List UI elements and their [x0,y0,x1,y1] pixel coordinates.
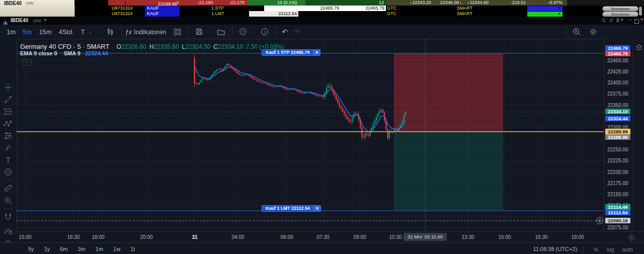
range-button-6m[interactable]: 6m [60,246,67,252]
order-side-cell[interactable]: KAUF [145,6,180,11]
pattern-tool-icon[interactable] [4,119,13,128]
window-search-icon[interactable] [602,18,606,24]
chart-area[interactable]: Germany 40 CFD · 5 · SMARTO22326.60H2233… [17,39,604,231]
quick-search-icon[interactable] [572,27,581,36]
axis-label-hover-price[interactable]: 22090.16 [605,218,630,223]
price-axis[interactable]: 22450.0022425.0022400.0022375.0022350.00… [604,39,633,231]
range-button-3m[interactable]: 3m [78,246,86,252]
axis-label-entry-price[interactable]: 22289.99 [605,129,630,134]
symbol-box[interactable]: IBDE40 CFD [0,0,75,17]
range-button-1y[interactable]: 1y [44,246,50,252]
interval-button-5m[interactable]: 5m [23,28,32,36]
range-button-5y[interactable]: 5y [28,246,34,252]
window-restore-button[interactable] [634,19,639,24]
redo-button[interactable]: ↷ [294,28,300,36]
order-tif[interactable]: GTC [387,6,396,11]
info-button[interactable]: i [261,28,269,36]
cancel-order-button[interactable]: Stornieren [602,6,638,12]
divider [4,209,13,209]
symbol-title[interactable]: Germany 40 CFD · 5 · SMART [20,43,109,50]
indicator-sma-value: 22324.44 [85,50,108,56]
header-scrollbar[interactable] [639,7,642,16]
magnet-tool-icon[interactable] [4,213,13,222]
fib-lines-tool-icon[interactable] [4,107,13,116]
help-button[interactable]: ? [239,28,247,36]
order-route[interactable]: SMART [457,6,472,11]
interval-caret-icon[interactable]: ⌄ [89,29,93,34]
time-tick: 07:30 [313,234,333,240]
timezone-clock-icon[interactable] [628,234,635,243]
axis-label-stop-order[interactable]: 22465.79 [605,45,630,51]
bar-style-button[interactable] [106,27,115,36]
axis-label-position-price[interactable]: 22289.98 [605,134,630,140]
mode-button-%[interactable]: % [594,246,599,252]
order-tif[interactable]: GTC [387,11,396,17]
chart-tab-title[interactable]: IBDE40 [11,18,28,23]
range-button-1t[interactable]: 1t [130,246,135,252]
right-side-strip [633,39,644,231]
profit-zone[interactable] [394,132,503,211]
chart-tab-caret[interactable]: ▾ [44,18,46,22]
brush-tool-icon[interactable] [4,143,13,152]
session-clock[interactable]: 11:08:38 (UTC+2) [533,246,578,252]
order-stop-price-cell-2[interactable]: 22465.79 [341,6,386,11]
indicators-button[interactable]: Indikatoren [134,28,166,36]
object-tree-icon[interactable] [635,44,643,54]
fx-icon: ƒx [125,28,132,36]
cancel-stop-order-icon[interactable]: ✕ [313,49,320,56]
add-order-button[interactable] [597,217,603,224]
interval-button-1m[interactable]: 1m [7,28,16,36]
cancel-limit-order-icon[interactable]: ✕ [314,205,321,212]
measure-tool-icon[interactable] [4,184,13,193]
time-tick: 15:00 [15,234,35,240]
save-layout-button[interactable] [195,28,203,36]
time-tick: 04:00 [228,234,248,240]
position-tool-icon[interactable] [4,131,13,140]
crosshair-tool-icon[interactable] [4,83,13,92]
axis-label-target-bid[interactable]: 22114.49 [605,204,630,210]
window-close-button[interactable]: ✕ [640,17,644,22]
axis-label-last-price[interactable]: 22334.10 [605,109,630,114]
open-layout-button[interactable] [217,28,225,36]
indicator-sma-label[interactable]: SMA 9 [64,50,80,56]
drawing-mode-lock-icon[interactable] [4,226,13,235]
axis-label-sma-value[interactable]: 22324.44 [605,116,630,121]
time-axis[interactable]: 15:0016:3018:0020:003104:0006:0007:3009:… [17,231,644,243]
limit-order-pill[interactable]: Kauf 1 LMT 22112.54 ✕ [262,205,321,212]
layout-grid-button[interactable] [173,28,182,36]
settings-gear-icon[interactable] [589,27,598,36]
price-chart[interactable] [17,39,604,231]
range-button-1w[interactable]: 1w [113,246,120,252]
legend-collapse-button[interactable]: ^ [22,59,32,66]
mode-button-auto[interactable]: auto [622,246,633,252]
order-transmit-dropdown[interactable]: ▼ [527,12,562,17]
risk-zone[interactable] [394,53,503,132]
interval-button-T[interactable]: T [81,28,85,36]
symbol-label: IBDE40 [4,1,22,6]
window-pin-caret[interactable]: ▾ [621,17,623,22]
window-pin-icon[interactable] [616,18,620,24]
axis-label-limit-order[interactable]: 22112.54 [605,210,630,215]
window-minimize-button[interactable]: — [628,17,632,22]
stop-order-label[interactable]: Kauf 1 STP 22465.79 [262,49,313,56]
zoom-in-tool-icon[interactable] [4,196,13,205]
interval-button-4Std.[interactable]: 4Std. [58,28,73,36]
undo-button[interactable]: ↶ [282,28,288,36]
order-route[interactable]: SMART [457,11,472,17]
text-tool-icon[interactable]: T [4,155,13,164]
order-limit-price-cell[interactable]: 22112.54 [249,11,298,17]
emoji-tool-icon[interactable] [4,167,13,177]
stop-order-pill[interactable]: Kauf 1 STP 22465.79 ✕ [262,49,320,56]
range-button-1m[interactable]: 1m [96,246,103,252]
order-transmit-dropdown[interactable]: ▼ [527,6,562,11]
indicator-ema-label[interactable]: EMA 9 close 0 [20,50,57,56]
mode-button-log[interactable]: log [607,246,614,252]
window-link-icon[interactable] [609,18,614,24]
interval-button-15m[interactable]: 15m [39,28,51,36]
limit-order-label[interactable]: Kauf 1 LMT 22112.54 [262,205,314,212]
order-stop-price-cell[interactable]: 22465.79 [264,6,341,11]
trend-line-tool-icon[interactable] [4,95,13,104]
order-side-cell[interactable]: KAUF [145,11,180,17]
chart-tab-subtitle: CFD [33,19,41,23]
axis-label-stop-price[interactable]: 22465.79 [605,51,630,56]
